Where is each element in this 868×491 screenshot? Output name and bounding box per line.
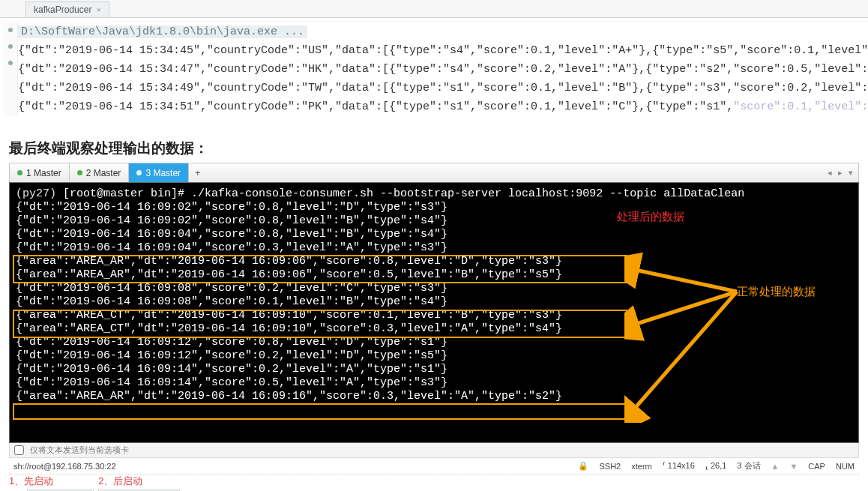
tab-label: kafkaProducer (34, 4, 91, 15)
status-sessions: 3 会话 (737, 460, 760, 472)
annotation-processed: 处理后的数据 (617, 211, 684, 225)
terminal-line: {"dt":"2019-06-14 16:09:14","score":0.5,… (16, 376, 852, 390)
ide-gutter (3, 22, 18, 116)
terminal-line: {"dt":"2019-06-14 16:09:08","score":0.1,… (16, 295, 852, 309)
terminal-line: {"dt":"2019-06-14 16:09:12","score":0.2,… (16, 349, 852, 363)
up-icon[interactable]: ▲ (771, 462, 780, 471)
status-dot-icon (17, 170, 22, 175)
status-dot-icon (136, 170, 142, 175)
ide-tab-kafkaproducer[interactable]: kafkaProducer × (25, 1, 109, 17)
terminal-line: {"dt":"2019-06-14 16:09:08","score":0.2,… (16, 282, 852, 295)
tab-menu-icon[interactable]: ▾ (846, 168, 855, 178)
status-size: 114x16 (668, 461, 695, 470)
tab-prev-icon[interactable]: ◂ (825, 168, 834, 178)
terminal-line: {"dt":"2019-06-14 16:09:02","score":0.8,… (16, 214, 852, 228)
send-to-tab-label: 仅将文本发送到当前选项卡 (30, 445, 129, 456)
status-term: xterm (631, 462, 652, 471)
ide-console: D:\SoftWare\Java\jdk1.8.0\bin\java.exe .… (0, 18, 868, 125)
status-cursor: 26,1 (711, 461, 726, 470)
ide-output-line: {"dt":"2019-06-14 15:34:45","countryCode… (18, 41, 868, 60)
terminal-line: {"dt":"2019-06-14 16:09:02","score":0.8,… (16, 201, 852, 214)
status-cap: CAP (808, 462, 825, 471)
ide-output-line: {"dt":"2019-06-14 15:34:51","countryCode… (18, 97, 868, 116)
ide-output-line: {"dt":"2019-06-14 15:34:49","countryCode… (18, 79, 868, 97)
xshell-send-bar: 仅将文本发送到当前选项卡 (9, 443, 859, 458)
note-1: 1、先启动 (9, 475, 53, 488)
status-host: sh://root@192.168.75.30:22 (13, 462, 116, 471)
terminal-body[interactable]: (py27) [root@master bin]# ./kafka-consol… (9, 182, 859, 443)
tab-controls: ◂▸▾ (825, 168, 858, 178)
watermark-text: "score":0.1,"level":"A"}]} (733, 100, 868, 113)
highlight-box (13, 403, 627, 420)
note-2: 2、后启动 (98, 475, 142, 488)
term-tab-2[interactable]: 2 Master (70, 163, 130, 182)
highlight-box (13, 310, 627, 338)
status-ssh: SSH2 (599, 462, 621, 471)
tab-next-icon[interactable]: ▸ (836, 168, 845, 178)
highlight-box (13, 255, 627, 283)
add-tab-button[interactable]: + (189, 167, 207, 178)
ide-output-line: {"dt":"2019-06-14 15:34:47","countryCode… (18, 60, 868, 79)
status-dot-icon (77, 170, 82, 175)
close-icon[interactable]: × (96, 5, 100, 14)
ide-tab-bar: kafkaProducer × (0, 0, 868, 18)
terminal-line: {"dt":"2019-06-14 16:09:14","score":0.2,… (16, 363, 852, 376)
term-tab-3[interactable]: 3 Master (129, 163, 189, 182)
send-to-tab-checkbox[interactable] (14, 445, 24, 455)
terminal-prompt: (py27) [root@master bin]# ./kafka-consol… (16, 187, 852, 201)
terminal-line: {"area":"AREA_AR","dt":"2019-06-14 16:09… (16, 390, 852, 403)
ide-run-bar: un: DataClean× kafkaProducer× (9, 488, 859, 491)
xshell-status-bar: sh://root@192.168.75.30:22 🔒 SSH2 xterm … (9, 458, 859, 475)
section-heading: 最后终端观察处理输出的数据： (0, 125, 868, 163)
annotation-normal: 正常处理的数据 (737, 286, 816, 300)
term-tab-1[interactable]: 1 Master (10, 163, 70, 182)
down-icon[interactable]: ▼ (789, 462, 798, 471)
status-num: NUM (836, 462, 855, 471)
terminal-line: {"dt":"2019-06-14 16:09:04","score":0.3,… (16, 241, 852, 255)
exe-path: D:\SoftWare\Java\jdk1.8.0\bin\java.exe .… (18, 25, 307, 38)
terminal-line: {"dt":"2019-06-14 16:09:04","score":0.8,… (16, 228, 852, 241)
xshell-tab-bar: 1 Master 2 Master 3 Master + ◂▸▾ (9, 163, 859, 182)
